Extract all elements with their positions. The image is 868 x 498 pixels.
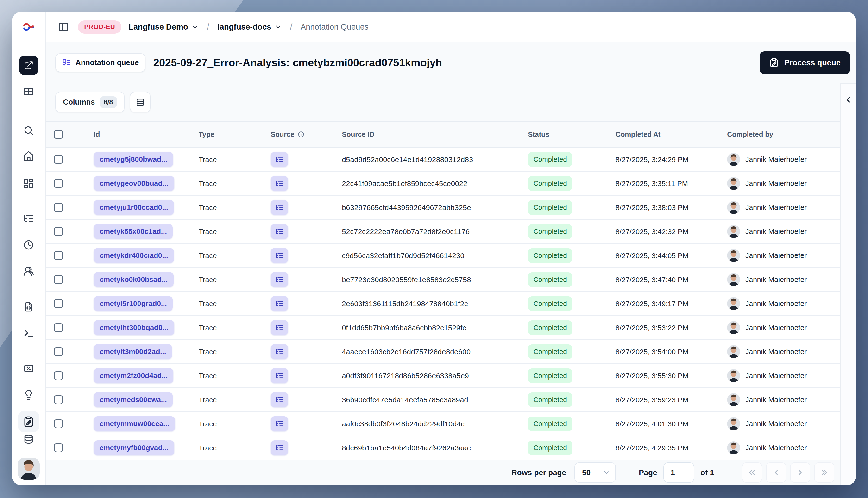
sidebar-item-sessions[interactable]: [23, 239, 34, 250]
row-height-button[interactable]: [130, 92, 151, 113]
row-completed-by: Jannik Maierhoefer: [746, 251, 807, 260]
sidebar-item-home[interactable]: [23, 151, 34, 162]
column-header-type[interactable]: Type: [198, 131, 271, 139]
row-checkbox[interactable]: [54, 227, 63, 236]
table-row[interactable]: cmetymeds00cwa... Trace 36b90cdfc47e5da1…: [46, 388, 840, 412]
langfuse-logo[interactable]: [12, 12, 46, 42]
lightbulb-icon: [23, 389, 34, 401]
breadcrumb-project[interactable]: langfuse-docs: [217, 22, 282, 31]
column-header-status[interactable]: Status: [528, 131, 616, 139]
trace-source-badge[interactable]: [271, 440, 288, 455]
clock-icon: [23, 239, 34, 250]
sidebar-item-users[interactable]: [23, 266, 34, 277]
table-row[interactable]: cmetykdr400ciad0... Trace c9d56ca32efaff…: [46, 244, 840, 268]
row-checkbox[interactable]: [54, 179, 63, 188]
trace-source-badge[interactable]: [271, 272, 288, 287]
sidebar-item-open-external[interactable]: [19, 56, 38, 75]
sidebar-item-dashboards[interactable]: [23, 178, 34, 189]
select-all-checkbox[interactable]: [54, 130, 63, 139]
row-checkbox[interactable]: [54, 251, 63, 260]
table-row[interactable]: cmetyl5r100grad0... Trace 2e603f31361115…: [46, 292, 840, 316]
sidebar-toggle-button[interactable]: [56, 20, 71, 34]
row-id-badge[interactable]: cmetymeds00cwa...: [94, 392, 173, 407]
previous-page-button[interactable]: [766, 462, 786, 483]
last-page-button[interactable]: [814, 462, 834, 483]
annotation-queue-badge[interactable]: Annotation queue: [55, 53, 145, 72]
row-id-badge[interactable]: cmetygeov00buad...: [94, 176, 174, 191]
row-id-badge[interactable]: cmetym2fz00d4ad...: [94, 368, 173, 383]
row-id-badge[interactable]: cmetyko0k00bsad...: [94, 272, 173, 287]
row-id-badge[interactable]: cmetymmuw00cea...: [94, 416, 175, 431]
row-checkbox[interactable]: [54, 371, 63, 380]
trace-source-badge[interactable]: [271, 176, 288, 191]
next-page-button[interactable]: [790, 462, 810, 483]
table-row[interactable]: cmetygeov00buad... Trace 22c41f09acae5b1…: [46, 172, 840, 196]
page-number-input[interactable]: 1: [663, 462, 694, 483]
trace-source-badge[interactable]: [271, 224, 288, 239]
columns-button[interactable]: Columns 8/8: [55, 92, 125, 113]
table-row[interactable]: cmetym2fz00d4ad... Trace a0df3f901167218…: [46, 364, 840, 388]
expand-panel-button[interactable]: [844, 95, 853, 104]
table-row[interactable]: cmetyko0k00bsad... Trace be7723e30d80205…: [46, 268, 840, 292]
status-badge: Completed: [528, 248, 572, 263]
trace-source-badge[interactable]: [271, 320, 288, 335]
column-header-source[interactable]: Source: [271, 131, 305, 139]
table-row[interactable]: cmetylt3m00d2ad... Trace 4aaece1603cb2e1…: [46, 340, 840, 364]
row-id-badge[interactable]: cmetylt3m00d2ad...: [94, 344, 172, 359]
sidebar-item-search[interactable]: [23, 125, 34, 136]
trace-source-badge[interactable]: [271, 368, 288, 383]
row-id-badge[interactable]: cmetylht300bqad0...: [94, 320, 174, 335]
table-row[interactable]: cmetyg5j800bwad... Trace d5ad9d52a00c6e1…: [46, 147, 840, 172]
row-checkbox[interactable]: [54, 155, 63, 164]
table-row[interactable]: cmetymyfb00gvad... Trace 8dc69b1ba1e540b…: [46, 436, 840, 460]
environment-badge[interactable]: PROD-EU: [78, 21, 121, 34]
row-id-badge[interactable]: cmetykdr400ciad0...: [94, 248, 174, 263]
column-header-completed-by[interactable]: Completed by: [727, 131, 840, 139]
sidebar-item-tables[interactable]: [23, 86, 34, 97]
row-id-badge[interactable]: cmetyg5j800bwad...: [94, 152, 173, 167]
sidebar-item-datasets[interactable]: [23, 434, 34, 445]
row-id-badge[interactable]: cmetyju1r00ccad0...: [94, 200, 174, 215]
row-checkbox[interactable]: [54, 323, 63, 332]
row-checkbox[interactable]: [54, 347, 63, 356]
row-checkbox[interactable]: [54, 299, 63, 308]
breadcrumb-org[interactable]: Langfuse Demo: [129, 22, 199, 31]
trace-source-badge[interactable]: [271, 392, 288, 407]
status-badge: Completed: [528, 296, 572, 311]
sidebar-item-insights[interactable]: [23, 389, 34, 401]
trace-source-badge[interactable]: [271, 248, 288, 263]
table-row[interactable]: cmetyju1r00ccad0... Trace b63297665cfd44…: [46, 196, 840, 220]
first-page-button[interactable]: [742, 462, 762, 483]
row-id-badge[interactable]: cmetyl5r100grad0...: [94, 296, 173, 311]
row-id-badge[interactable]: cmetyk55x00c1ad...: [94, 224, 173, 239]
trace-source-badge[interactable]: [271, 152, 288, 167]
column-header-source-id[interactable]: Source ID: [342, 131, 528, 139]
sidebar-item-prompts[interactable]: [23, 301, 34, 313]
sidebar-item-annotation-queues[interactable]: [18, 411, 39, 432]
table-row[interactable]: cmetylht300bqad0... Trace 0f1dd65b7bb9bf…: [46, 316, 840, 340]
sidebar-item-playground[interactable]: [23, 328, 34, 339]
avatar: [727, 177, 740, 190]
column-header-id[interactable]: Id: [94, 131, 198, 139]
sidebar-item-tracing[interactable]: [23, 213, 34, 224]
trace-source-badge[interactable]: [271, 344, 288, 359]
row-checkbox[interactable]: [54, 203, 63, 212]
table-toolbar: Columns 8/8: [46, 83, 840, 121]
row-type: Trace: [198, 252, 217, 260]
table-row[interactable]: cmetyk55x00c1ad... Trace 52c72c2222ea78e…: [46, 220, 840, 244]
process-queue-button[interactable]: Process queue: [760, 51, 850, 74]
trace-source-badge[interactable]: [271, 296, 288, 311]
rows-per-page-select[interactable]: 50: [574, 462, 616, 483]
row-checkbox[interactable]: [54, 275, 63, 284]
row-checkbox[interactable]: [54, 443, 63, 452]
table-row[interactable]: cmetymmuw00cea... Trace aaf0c38db0f3f204…: [46, 412, 840, 436]
trace-source-badge[interactable]: [271, 416, 288, 431]
column-header-completed-at[interactable]: Completed At: [616, 131, 727, 139]
user-avatar[interactable]: [17, 458, 40, 480]
row-checkbox[interactable]: [54, 419, 63, 428]
row-id-badge[interactable]: cmetymyfb00gvad...: [94, 440, 174, 455]
trace-source-badge[interactable]: [271, 200, 288, 215]
sidebar-item-evals[interactable]: [23, 363, 34, 374]
row-checkbox[interactable]: [54, 395, 63, 404]
row-completed-at: 8/27/2025, 3:47:40 PM: [616, 276, 689, 284]
